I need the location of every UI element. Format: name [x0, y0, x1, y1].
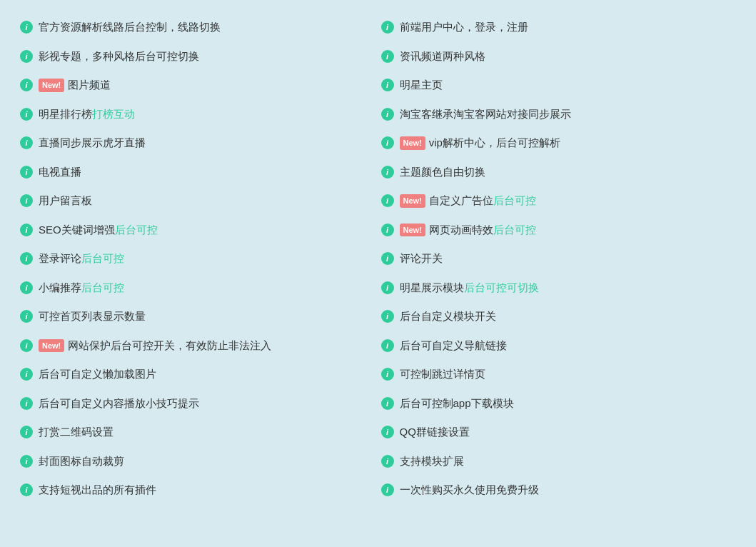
- list-item: i封面图标自动裁剪: [17, 447, 378, 476]
- item-label: 自定义广告位后台可控: [429, 193, 536, 209]
- info-icon: i: [20, 426, 33, 438]
- info-icon: i: [381, 166, 394, 179]
- item-label: 主题颜色自由切换: [400, 164, 485, 181]
- info-icon: i: [20, 368, 33, 381]
- features-grid: i官方资源解析线路后台控制，线路切换i影视专题，多种风格后台可控切换iNew!图…: [17, 13, 739, 505]
- list-item: iSEO关键词增强后台可控: [17, 216, 378, 245]
- item-label: 封面图标自动裁剪: [39, 453, 124, 470]
- info-icon: i: [381, 397, 394, 410]
- info-icon: i: [381, 339, 394, 352]
- item-label: 后台自定义模块开关: [400, 308, 496, 325]
- list-item: i明星排行榜打榜互动: [17, 100, 378, 129]
- info-icon: i: [20, 50, 33, 63]
- item-label: 明星主页: [400, 77, 443, 94]
- item-label: 直播同步展示虎牙直播: [39, 135, 146, 151]
- info-icon: i: [20, 136, 33, 149]
- list-item: i后台可自定义导航链接: [378, 331, 740, 361]
- item-label: 一次性购买永久使用免费升级: [400, 482, 539, 498]
- info-icon: i: [20, 21, 33, 34]
- list-item: i资讯频道两种风格: [378, 42, 740, 71]
- item-label: QQ群链接设置: [400, 424, 470, 441]
- info-icon: i: [381, 483, 394, 496]
- item-label: 网页动画特效后台可控: [429, 222, 536, 239]
- item-label: 后台可自定义懒加载图片: [39, 366, 156, 383]
- list-item: iNew!网页动画特效后台可控: [378, 216, 740, 245]
- item-label: 小编推荐后台可控: [39, 280, 124, 296]
- info-icon: i: [381, 21, 394, 34]
- list-item: iNew!vip解析中心，后台可控解析: [378, 129, 740, 158]
- item-label: 淘宝客继承淘宝客网站对接同步展示: [400, 106, 571, 123]
- list-item: i前端用户中心，登录，注册: [378, 13, 740, 42]
- info-icon: i: [20, 252, 33, 265]
- info-icon: i: [20, 397, 33, 410]
- info-icon: i: [381, 252, 394, 265]
- list-item: iNew!图片频道: [17, 71, 378, 100]
- info-icon: i: [381, 281, 394, 294]
- list-item: iQQ群链接设置: [378, 418, 740, 447]
- list-item: i官方资源解析线路后台控制，线路切换: [17, 13, 378, 42]
- list-item: i支持短视出品的所有插件: [17, 476, 378, 505]
- info-icon: i: [381, 108, 394, 121]
- info-icon: i: [381, 50, 394, 63]
- item-label: vip解析中心，后台可控解析: [429, 135, 560, 151]
- list-item: i支持模块扩展: [378, 447, 740, 476]
- list-item: i小编推荐后台可控: [17, 274, 378, 303]
- list-item: i登录评论后台可控: [17, 244, 378, 274]
- info-icon: i: [20, 166, 33, 179]
- list-item: i主题颜色自由切换: [378, 158, 740, 187]
- info-icon: i: [20, 224, 33, 236]
- info-icon: i: [381, 368, 394, 381]
- info-icon: i: [381, 194, 394, 207]
- item-label: 电视直播: [39, 164, 81, 181]
- list-item: i可控首页列表显示数量: [17, 302, 378, 331]
- item-label: SEO关键词增强后台可控: [39, 222, 158, 239]
- info-icon: i: [381, 310, 394, 323]
- item-label: 可控首页列表显示数量: [39, 308, 146, 325]
- info-icon: i: [381, 79, 394, 91]
- info-icon: i: [381, 136, 394, 149]
- info-icon: i: [381, 426, 394, 438]
- new-badge: New!: [39, 339, 64, 353]
- list-item: iNew!自定义广告位后台可控: [378, 186, 740, 216]
- info-icon: i: [381, 455, 394, 468]
- item-label: 打赏二维码设置: [39, 424, 114, 441]
- list-item: i可控制跳过详情页: [378, 360, 740, 389]
- column-2: i前端用户中心，登录，注册i资讯频道两种风格i明星主页i淘宝客继承淘宝客网站对接…: [378, 13, 740, 505]
- item-label: 后台可自定义导航链接: [400, 338, 507, 354]
- list-item: i淘宝客继承淘宝客网站对接同步展示: [378, 100, 740, 129]
- item-label: 支持模块扩展: [400, 453, 464, 470]
- new-badge: New!: [400, 136, 425, 150]
- item-label: 网站保护后台可控开关，有效防止非法注入: [68, 338, 271, 354]
- list-item: i影视专题，多种风格后台可控切换: [17, 42, 378, 71]
- list-item: i一次性购买永久使用免费升级: [378, 476, 740, 505]
- item-label: 后台可控制app下载模块: [400, 396, 514, 412]
- new-badge: New!: [400, 224, 425, 237]
- item-label: 可控制跳过详情页: [400, 366, 485, 383]
- item-label: 前端用户中心，登录，注册: [400, 19, 528, 36]
- list-item: i明星展示模块后台可控可切换: [378, 274, 740, 303]
- new-badge: New!: [400, 194, 425, 208]
- list-item: i评论开关: [378, 244, 740, 274]
- info-icon: i: [20, 281, 33, 294]
- item-label: 支持短视出品的所有插件: [39, 482, 156, 498]
- info-icon: i: [381, 224, 394, 236]
- item-label: 用户留言板: [39, 193, 92, 209]
- info-icon: i: [20, 79, 33, 91]
- list-item: i用户留言板: [17, 186, 378, 216]
- item-label: 影视专题，多种风格后台可控切换: [39, 49, 199, 65]
- item-label: 登录评论后台可控: [39, 251, 124, 267]
- item-label: 官方资源解析线路后台控制，线路切换: [39, 19, 221, 36]
- item-label: 评论开关: [400, 251, 443, 267]
- item-label: 图片频道: [68, 77, 111, 94]
- new-badge: New!: [39, 79, 64, 92]
- list-item: i打赏二维码设置: [17, 418, 378, 447]
- info-icon: i: [20, 194, 33, 207]
- list-item: iNew!网站保护后台可控开关，有效防止非法注入: [17, 331, 378, 361]
- info-icon: i: [20, 310, 33, 323]
- item-label: 后台可自定义内容播放小技巧提示: [39, 396, 199, 412]
- column-1: i官方资源解析线路后台控制，线路切换i影视专题，多种风格后台可控切换iNew!图…: [17, 13, 378, 505]
- item-label: 资讯频道两种风格: [400, 49, 485, 65]
- info-icon: i: [20, 455, 33, 468]
- info-icon: i: [20, 483, 33, 496]
- list-item: i直播同步展示虎牙直播: [17, 129, 378, 158]
